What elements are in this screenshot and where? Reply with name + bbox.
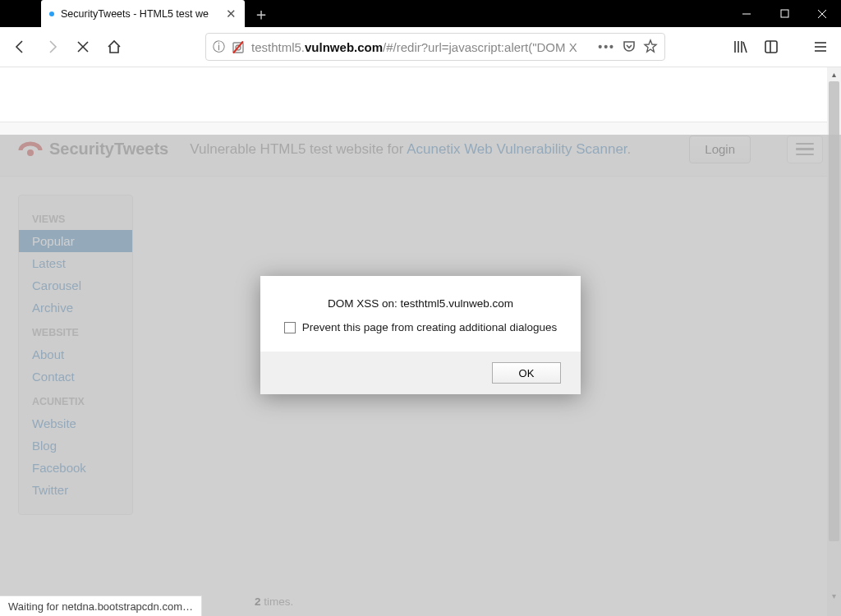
loading-indicator-icon xyxy=(49,11,54,16)
svg-rect-1 xyxy=(781,10,788,17)
prevent-dialogs-label: Prevent this page from creating addition… xyxy=(302,321,558,333)
site-info-icon[interactable]: ⓘ xyxy=(213,39,225,55)
url-host-domain: vulnweb.com xyxy=(305,40,383,54)
sidebars-button[interactable] xyxy=(757,33,785,61)
tab-title: SecurityTweets - HTML5 test we xyxy=(61,8,219,20)
status-text: Waiting for netdna.bootstrapcdn.com… xyxy=(8,600,193,613)
alert-message: DOM XSS on: testhtml5.vulnweb.com xyxy=(328,297,513,310)
stop-button[interactable] xyxy=(69,33,97,61)
library-button[interactable] xyxy=(726,33,754,61)
status-bar: Waiting for netdna.bootstrapcdn.com… xyxy=(0,595,202,616)
alert-body: DOM XSS on: testhtml5.vulnweb.com Preven… xyxy=(260,276,581,352)
page-actions-icon[interactable]: ••• xyxy=(598,40,615,53)
browser-tab[interactable]: SecurityTweets - HTML5 test we ✕ xyxy=(41,0,245,27)
window-close-button[interactable] xyxy=(803,0,841,27)
url-host-prefix: testhtml5. xyxy=(251,40,305,54)
app-menu-button[interactable] xyxy=(807,33,834,61)
home-button[interactable] xyxy=(100,33,128,61)
svg-line-11 xyxy=(743,42,747,53)
url-text: testhtml5.vulnweb.com/#/redir?url=javasc… xyxy=(251,40,591,54)
close-tab-icon[interactable]: ✕ xyxy=(226,7,237,21)
permission-blocked-icon[interactable] xyxy=(232,40,245,53)
browser-toolbar: ⓘ testhtml5.vulnweb.com/#/redir?url=java… xyxy=(0,27,841,67)
window-minimize-button[interactable] xyxy=(728,0,765,27)
window-titlebar: SecurityTweets - HTML5 test we ✕ ＋ xyxy=(0,0,841,27)
forward-button[interactable] xyxy=(38,33,66,61)
alert-ok-button[interactable]: OK xyxy=(492,362,561,384)
back-button[interactable] xyxy=(7,33,34,61)
window-controls xyxy=(728,0,841,27)
new-tab-button[interactable]: ＋ xyxy=(250,2,273,25)
modal-overlay: DOM XSS on: testhtml5.vulnweb.com Preven… xyxy=(0,135,841,616)
javascript-alert-dialog: DOM XSS on: testhtml5.vulnweb.com Preven… xyxy=(260,276,581,394)
browser-viewport: SecurityTweets Vulnerable HTML5 test web… xyxy=(0,67,841,616)
tab-strip: SecurityTweets - HTML5 test we ✕ ＋ xyxy=(0,0,273,27)
alert-footer: OK xyxy=(260,352,581,394)
window-maximize-button[interactable] xyxy=(765,0,803,27)
prevent-dialogs-option[interactable]: Prevent this page from creating addition… xyxy=(284,321,558,333)
pocket-icon[interactable] xyxy=(622,39,636,56)
address-bar[interactable]: ⓘ testhtml5.vulnweb.com/#/redir?url=java… xyxy=(205,33,665,61)
scroll-up-arrow-icon[interactable]: ▴ xyxy=(827,67,841,81)
url-path: /#/redir?url=javascript:alert("DOM X xyxy=(383,40,577,54)
bookmark-star-icon[interactable] xyxy=(643,39,658,56)
svg-rect-12 xyxy=(765,41,777,53)
prevent-dialogs-checkbox[interactable] xyxy=(284,322,296,333)
